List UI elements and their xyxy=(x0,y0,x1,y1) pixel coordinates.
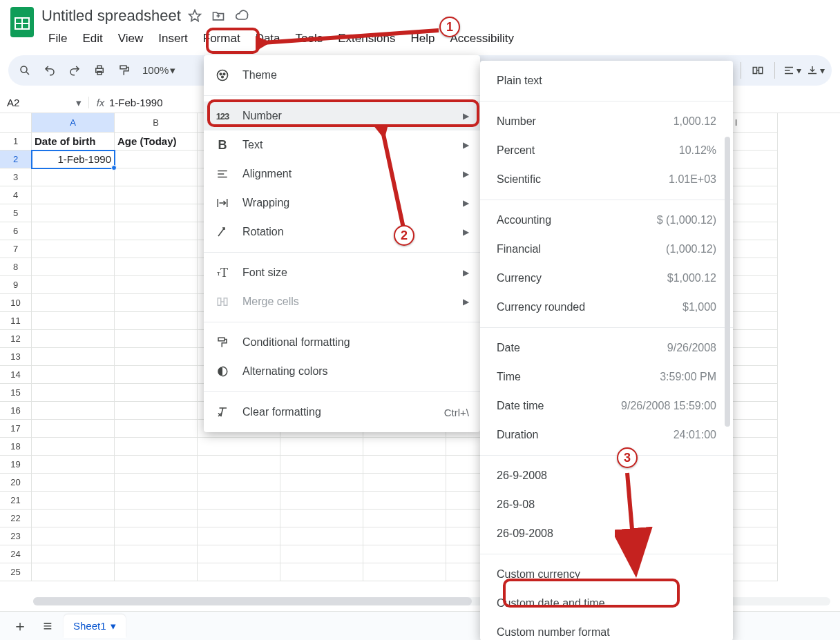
cell[interactable] xyxy=(32,527,115,545)
menu-conditional-formatting[interactable]: Conditional formatting xyxy=(204,328,480,357)
cell[interactable] xyxy=(198,510,280,527)
move-icon[interactable] xyxy=(211,9,225,23)
cell[interactable] xyxy=(32,438,115,456)
cell[interactable] xyxy=(32,366,115,384)
cell[interactable] xyxy=(115,330,198,348)
row-header[interactable]: 2 xyxy=(0,151,32,168)
menu-view[interactable]: View xyxy=(111,29,151,48)
cell[interactable] xyxy=(115,510,198,527)
cell[interactable] xyxy=(32,204,115,222)
submenu-scrollbar[interactable] xyxy=(725,130,732,544)
cell[interactable] xyxy=(115,420,198,438)
cell[interactable] xyxy=(363,510,446,527)
menu-format[interactable]: Format xyxy=(196,29,247,48)
doc-title[interactable]: Untitled spreadsheet xyxy=(41,7,181,25)
row-header[interactable]: 25 xyxy=(0,563,32,581)
menu-theme[interactable]: Theme xyxy=(204,61,480,90)
cell[interactable] xyxy=(32,258,115,276)
cell[interactable] xyxy=(363,456,446,474)
cell[interactable] xyxy=(115,384,198,402)
cell[interactable] xyxy=(32,492,115,510)
column-header[interactable]: A xyxy=(32,113,115,133)
cell[interactable] xyxy=(198,474,280,492)
number-format-option[interactable]: Currency$1,000.12 xyxy=(480,264,733,293)
row-header[interactable]: 22 xyxy=(0,510,32,527)
add-sheet-button[interactable]: ＋ xyxy=(8,614,32,638)
row-header[interactable]: 13 xyxy=(0,348,32,366)
all-sheets-button[interactable]: ≡ xyxy=(36,614,59,638)
cell[interactable] xyxy=(32,294,115,312)
cell[interactable] xyxy=(115,402,198,420)
cell[interactable] xyxy=(32,222,115,240)
row-header[interactable]: 5 xyxy=(0,204,32,222)
row-header[interactable]: 7 xyxy=(0,240,32,258)
cell[interactable] xyxy=(32,510,115,527)
sheets-logo[interactable] xyxy=(8,8,36,36)
cell[interactable] xyxy=(115,294,198,312)
cell[interactable] xyxy=(198,438,280,456)
cell[interactable] xyxy=(280,456,363,474)
row-header[interactable]: 12 xyxy=(0,330,32,348)
cell[interactable] xyxy=(115,348,198,366)
cell[interactable] xyxy=(280,492,363,510)
cell[interactable] xyxy=(280,563,363,581)
row-header[interactable]: 19 xyxy=(0,456,32,474)
merge-icon[interactable] xyxy=(748,61,767,80)
cell[interactable] xyxy=(115,151,198,168)
cell[interactable] xyxy=(115,276,198,294)
number-format-option[interactable]: Date time9/26/2008 15:59:00 xyxy=(480,391,733,420)
number-format-option[interactable]: Custom date and time xyxy=(480,589,733,618)
cell[interactable] xyxy=(198,527,280,545)
column-header[interactable]: B xyxy=(115,113,198,133)
valign-icon[interactable]: ▾ xyxy=(805,61,825,80)
cell[interactable] xyxy=(115,474,198,492)
cell[interactable] xyxy=(198,545,280,563)
menu-font-size[interactable]: тT Font size ▶ xyxy=(204,258,480,287)
number-format-option[interactable]: Number1,000.12 xyxy=(480,107,733,136)
cell[interactable] xyxy=(115,186,198,204)
cell[interactable] xyxy=(32,186,115,204)
row-header[interactable]: 1 xyxy=(0,133,32,151)
cell[interactable] xyxy=(363,527,446,545)
number-format-option[interactable]: 26-09-2008 xyxy=(480,519,733,548)
row-header[interactable]: 17 xyxy=(0,420,32,438)
number-format-option[interactable]: Duration24:01:00 xyxy=(480,420,733,449)
cell[interactable] xyxy=(280,545,363,563)
row-header[interactable]: 16 xyxy=(0,402,32,420)
cell[interactable] xyxy=(363,545,446,563)
cell[interactable] xyxy=(32,312,115,330)
cell[interactable] xyxy=(363,474,446,492)
cell[interactable] xyxy=(115,545,198,563)
search-icon[interactable] xyxy=(15,61,35,80)
cell[interactable] xyxy=(32,545,115,563)
cell[interactable]: Date of birth xyxy=(32,133,115,151)
number-format-option[interactable]: Currency rounded$1,000 xyxy=(480,293,733,322)
cell[interactable] xyxy=(115,456,198,474)
cloud-status-icon[interactable] xyxy=(235,9,249,23)
cell[interactable] xyxy=(115,258,198,276)
zoom-level[interactable]: 100%▾ xyxy=(140,64,178,77)
cell[interactable] xyxy=(363,563,446,581)
number-format-option[interactable]: Percent10.12% xyxy=(480,136,733,165)
row-header[interactable]: 20 xyxy=(0,474,32,492)
cell[interactable] xyxy=(363,492,446,510)
cell[interactable] xyxy=(32,420,115,438)
menu-file[interactable]: File xyxy=(41,29,74,48)
menu-tools[interactable]: Tools xyxy=(289,29,330,48)
cell[interactable] xyxy=(363,438,446,456)
cell[interactable] xyxy=(280,527,363,545)
cell[interactable] xyxy=(32,402,115,420)
row-header[interactable]: 23 xyxy=(0,527,32,545)
number-format-option[interactable]: Custom number format xyxy=(480,618,733,640)
cell[interactable] xyxy=(115,240,198,258)
cell[interactable] xyxy=(32,563,115,581)
cell[interactable] xyxy=(32,168,115,186)
undo-icon[interactable] xyxy=(40,61,59,80)
menu-text[interactable]: B Text ▶ xyxy=(204,130,480,159)
cell[interactable]: 1-Feb-1990 xyxy=(32,151,115,168)
name-box[interactable]: A2▾ xyxy=(0,97,88,109)
star-icon[interactable] xyxy=(188,9,202,23)
cell[interactable] xyxy=(115,366,198,384)
menu-rotation[interactable]: Rotation ▶ xyxy=(204,217,480,246)
cell[interactable] xyxy=(32,348,115,366)
